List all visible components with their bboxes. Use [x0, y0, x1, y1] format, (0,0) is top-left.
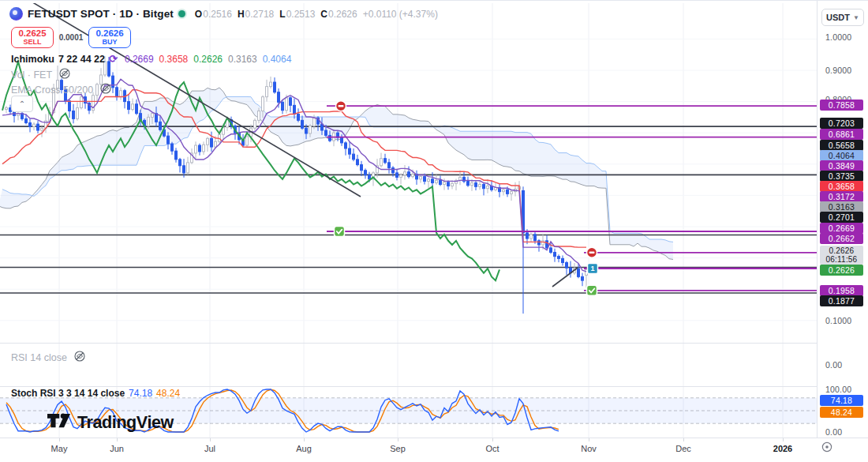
price-scale-label: 48.24 — [820, 407, 863, 418]
price-scale-label: 0.3172 — [820, 191, 863, 202]
symbol-header[interactable]: FETUSDT SPOT · 1D · Bitget O0.2516 H0.27… — [9, 7, 438, 21]
sell-button[interactable]: 0.2625SELL — [11, 27, 54, 48]
price-scale-label: 0.3163 — [820, 201, 863, 212]
pane-separator[interactable] — [0, 343, 868, 344]
spread-value: 0.0001 — [54, 33, 88, 42]
rsi-legend[interactable]: RSI 14 close — [11, 351, 85, 364]
stoch-rsi-legend[interactable]: Stoch RSI 3 3 14 14 close 74.18 48.24 — [11, 388, 180, 399]
axis-tick — [492, 438, 493, 441]
price-scale-label: 0.00 — [820, 359, 868, 370]
symbol-title[interactable]: FETUSDT SPOT · 1D · Bitget — [28, 8, 174, 20]
ichimoku-name: Ichimoku — [11, 54, 54, 65]
grid — [0, 3, 817, 438]
price-scale-label: 0.7203 — [820, 118, 863, 129]
trend-line[interactable] — [552, 268, 578, 287]
currency-dropdown[interactable]: USDT▼ — [821, 9, 864, 26]
price-scale-label: 0.1877 — [820, 295, 863, 306]
close-value: 0.2626 — [328, 9, 357, 20]
price-scale-label: 100.00 — [820, 384, 868, 395]
ema-cross-legend[interactable]: EMA Cross 50/200 — [11, 83, 111, 96]
price-scale-label: 0.00 — [820, 426, 868, 438]
tradingview-chart-window: 1 FETUSDT SPOT · 1D · Bitget O0.2516 H0.… — [0, 0, 868, 462]
buy-button[interactable]: 0.2626BUY — [88, 27, 131, 48]
stoch-d-value: 48.24 — [156, 388, 180, 399]
eye-off-icon[interactable] — [100, 83, 111, 96]
chevron-down-icon: ▼ — [853, 14, 859, 21]
collapse-legend-button[interactable]: ⌃ — [11, 96, 33, 112]
axis-tick — [210, 438, 211, 441]
price-scale-label: 0.4064 — [820, 150, 863, 161]
time-axis[interactable]: MayJunJulAugSepOctNovDec2026 — [0, 438, 868, 462]
price-scale-label: 0.3735 — [820, 171, 863, 182]
scroll-to-realtime-icon[interactable] — [821, 441, 833, 456]
ichimoku-legend[interactable]: Ichimoku 7 22 44 22 ⟳ 0.2669 0.3658 0.26… — [11, 53, 291, 65]
time-axis-label: Jul — [204, 444, 215, 453]
symbol-logo-icon — [9, 7, 23, 21]
time-axis-label: Aug — [296, 444, 312, 453]
market-open-dot-icon — [178, 10, 185, 17]
price-scale-label: 1.0000 — [820, 32, 868, 43]
eye-off-icon[interactable] — [59, 68, 70, 81]
pane-separator[interactable] — [0, 386, 868, 387]
svg-text:1: 1 — [590, 265, 594, 272]
price-scale-label: 0.3849 — [820, 160, 863, 171]
axis-tick — [589, 438, 589, 441]
time-axis-label: May — [51, 444, 68, 453]
axis-tick — [398, 438, 398, 441]
indicator-sync-icon[interactable]: ⟳ — [109, 53, 118, 65]
ohlc-values: O0.2516 H0.2718 L0.2513 C0.2626 +0.0110 … — [195, 9, 438, 20]
time-axis-label: Jun — [110, 444, 124, 453]
high-value: 0.2718 — [245, 9, 275, 20]
price-scale-label: 0.1958 — [820, 285, 863, 296]
axis-tick — [783, 438, 784, 441]
price-scale-label: 74.18 — [820, 395, 863, 406]
tradingview-logo[interactable]: TradingView — [47, 412, 174, 434]
countdown-price-label: 0.262606:11:56 — [820, 246, 863, 265]
time-axis-label: Nov — [581, 444, 597, 453]
axis-tick — [117, 438, 118, 441]
trade-buttons: 0.2625SELL 0.0001 0.2626BUY — [11, 27, 131, 48]
price-scale-label: 0.6861 — [820, 129, 863, 140]
axis-tick — [683, 438, 684, 441]
volume-legend[interactable]: Vol · FET — [11, 68, 70, 81]
open-value: 0.2516 — [203, 9, 232, 20]
price-scale-label: 0.7858 — [820, 100, 863, 111]
ichimoku-values: 0.2669 0.3658 0.2626 0.3163 0.4064 — [125, 54, 292, 65]
time-axis-label: 2026 — [773, 444, 792, 453]
price-scale[interactable]: USDT▼ 1.00000.90000.80000.78580.72030.68… — [817, 1, 868, 438]
price-scale-label: 0.9000 — [820, 65, 868, 76]
position-tool[interactable]: 1 — [584, 247, 817, 295]
ichimoku-params: 7 22 44 22 — [58, 54, 105, 65]
price-chart-canvas[interactable]: 1 — [0, 1, 817, 438]
price-scale-label: 0.3658 — [820, 181, 863, 192]
change-value: +0.0110 (+4.37%) — [363, 9, 438, 20]
eye-off-icon[interactable] — [74, 351, 85, 364]
time-axis-label: Oct — [485, 444, 499, 453]
stoch-k-value: 74.18 — [129, 388, 152, 399]
price-scale-label: 0.2626 — [820, 265, 863, 276]
tradingview-logo-icon — [47, 412, 70, 434]
price-scale-label: 0.1000 — [820, 315, 868, 326]
price-scale-label: 0.2701 — [820, 212, 863, 223]
time-axis-label: Sep — [390, 444, 406, 453]
low-value: 0.2513 — [286, 9, 316, 20]
time-axis-label: Dec — [675, 444, 691, 453]
axis-tick — [59, 438, 60, 441]
price-scale-label: 0.2662 — [820, 233, 863, 244]
price-scale-label: 0.5658 — [820, 140, 863, 151]
price-scale-label: 0.2669 — [820, 223, 863, 234]
axis-tick — [304, 438, 305, 441]
